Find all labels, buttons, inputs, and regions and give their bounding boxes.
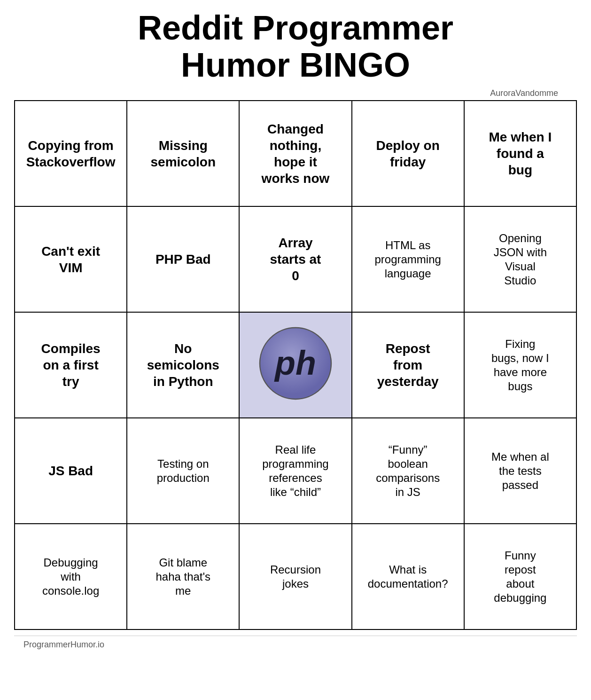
cell-4-0: Debuggingwithconsole.log [15,524,127,629]
cell-3-4: Me when althe testspassed [464,418,576,524]
attribution: AuroraVandomme [490,88,558,98]
cell-1-1: PHP Bad [127,206,239,312]
cell-2-1: Nosemicolonsin Python [127,312,239,418]
page-title: Reddit ProgrammerHumor BINGO [138,9,453,84]
cell-4-2: Recursionjokes [239,524,351,629]
cell-2-2: ph [239,312,351,418]
cell-2-4: Fixingbugs, now Ihave morebugs [464,312,576,418]
cell-3-0: JS Bad [15,418,127,524]
cell-0-1: Missingsemicolon [127,101,239,206]
cell-4-1: Git blamehaha that'sme [127,524,239,629]
cell-3-1: Testing onproduction [127,418,239,524]
svg-text:ph: ph [274,344,316,382]
footer: ProgrammerHumor.io [14,636,577,653]
cell-0-2: Changednothing,hope itworks now [239,101,351,206]
cell-3-3: “Funny”booleancomparisonsin JS [352,418,464,524]
cell-1-0: Can't exitVIM [15,206,127,312]
page-wrapper: Reddit ProgrammerHumor BINGO AuroraVando… [0,0,591,658]
cell-1-4: OpeningJSON withVisualStudio [464,206,576,312]
cell-2-3: Repostfromyesterday [352,312,464,418]
cell-4-4: Funnyrepostaboutdebugging [464,524,576,629]
bingo-table: Copying fromStackoverflowMissingsemicolo… [14,100,577,630]
cell-1-3: HTML asprogramminglanguage [352,206,464,312]
cell-0-4: Me when Ifound abug [464,101,576,206]
cell-2-0: Compileson a firsttry [15,312,127,418]
cell-0-3: Deploy onfriday [352,101,464,206]
cell-0-0: Copying fromStackoverflow [15,101,127,206]
cell-3-2: Real lifeprogrammingreferenceslike “chil… [239,418,351,524]
cell-1-2: Arraystarts at0 [239,206,351,312]
cell-4-3: What isdocumentation? [352,524,464,629]
